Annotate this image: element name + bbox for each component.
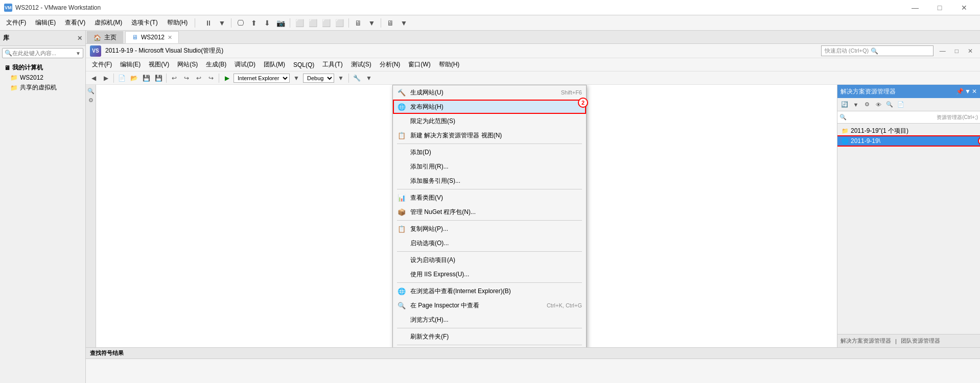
cm-item-iis[interactable]: 使用 IIS Express(U)... (393, 267, 586, 281)
rp-tb-show-all[interactable]: 👁 (873, 100, 883, 110)
tab-ws2012-close[interactable]: ✕ (168, 34, 172, 41)
cm-item-copysite[interactable]: 📋 复制网站(P)... (393, 222, 586, 236)
rp-item-project[interactable]: 🌐 2011-9-19\ 1 (837, 136, 980, 146)
quicklaunch-container[interactable]: 快速启动 (Ctrl+Q) 🔍 (821, 45, 934, 56)
right-panel-search[interactable]: 🔍 资源管理器(Ctrl+;) (837, 111, 980, 124)
rp-tb-new-solution[interactable]: 📄 (896, 100, 906, 110)
cm-item-refresh[interactable]: 刷新文件夹(F) (393, 329, 586, 344)
vs-menu-sql[interactable]: SQL(Q) (289, 60, 318, 70)
rp-tb-prop[interactable]: ⚙ (862, 100, 872, 110)
tb-icon-3[interactable]: ⬆ (248, 17, 260, 29)
sidebar-item-ws2012[interactable]: 📁 WS2012 (0, 73, 85, 82)
rp-tb-filter[interactable]: 🔍 (884, 100, 895, 110)
tb-icon-2[interactable]: 🖵 (235, 17, 247, 29)
vs-menu-analyze[interactable]: 分析(N) (376, 59, 405, 70)
rp-tb-dropdown[interactable]: ▼ (851, 100, 861, 110)
rp-pin-icon[interactable]: 📌 (956, 88, 964, 95)
close-button[interactable]: ✕ (952, 1, 976, 15)
tab-home[interactable]: 🏠 主页 (87, 31, 123, 43)
maximize-button[interactable]: □ (928, 1, 951, 15)
cm-item-newview[interactable]: 📋 新建 解决方案资源管理器 视图(N) (393, 128, 586, 142)
vs-tb-open[interactable]: 📂 (128, 73, 139, 84)
vs-tb-back[interactable]: ◀ (88, 73, 99, 84)
vs-tb-redo2[interactable]: ↪ (205, 73, 217, 84)
cm-item-add[interactable]: 添加(D) (393, 145, 586, 159)
cm-item-addref[interactable]: 添加引用(R)... (393, 159, 586, 174)
tb-icon-8[interactable]: ⬜ (320, 17, 332, 29)
vs-minimize[interactable]: — (937, 46, 949, 56)
vs-tb-start[interactable]: ▶ (221, 73, 232, 84)
minimize-button[interactable]: — (903, 1, 927, 15)
search-input[interactable] (12, 50, 76, 56)
tb-icon-11[interactable]: ▼ (365, 17, 378, 29)
cm-item-setstartup[interactable]: 设为启动项目(A) (393, 253, 586, 267)
rp-footer-tab1[interactable]: 解决方案资源管理器 (841, 337, 891, 345)
rp-footer-tab2[interactable]: 团队资源管理器 (901, 337, 940, 345)
cm-item-viewclassdiagram[interactable]: 📊 查看类图(V) (393, 190, 586, 205)
tb-icon-9[interactable]: ⬜ (333, 17, 345, 29)
vs-menu-build[interactable]: 生成(B) (202, 59, 230, 70)
vs-tb-undo2[interactable]: ↩ (193, 73, 204, 84)
menu-tab[interactable]: 选项卡(T) (127, 16, 161, 29)
tb-icon-1[interactable]: ▼ (216, 17, 228, 29)
tb-icon-12[interactable]: 🖥 (384, 17, 396, 29)
cm-item-scope[interactable]: 限定为此范围(S) (393, 114, 586, 128)
vs-menu-team[interactable]: 团队(M) (260, 59, 289, 70)
cm-item-startoptions[interactable]: 启动选项(O)... (393, 236, 586, 250)
dropdown-icon[interactable]: ▼ (76, 51, 81, 56)
vs-menu-edit[interactable]: 编辑(E) (116, 59, 145, 70)
menu-view[interactable]: 查看(V) (61, 16, 89, 29)
vs-menu-test[interactable]: 测试(S) (347, 59, 376, 70)
vs-menu-tools[interactable]: 工具(T) (318, 59, 346, 70)
vs-debug-select[interactable]: Debug (303, 74, 334, 83)
vs-menu-help[interactable]: 帮助(H) (435, 59, 464, 70)
vs-tb-debug-more[interactable]: ▼ (335, 73, 346, 84)
tb-icon-6[interactable]: ⬜ (293, 17, 306, 29)
sidebar-item-shared-vms[interactable]: 📁 共享的虚拟机 (0, 82, 85, 93)
vs-menu-debug[interactable]: 调试(D) (230, 59, 260, 70)
tb-icon-10[interactable]: 🖥 (352, 17, 364, 29)
tb-icon-7[interactable]: ⬜ (307, 17, 319, 29)
vs-tb-save[interactable]: 💾 (141, 73, 152, 84)
pause-icon[interactable]: ⏸ (202, 17, 215, 29)
cm-item-page-inspector[interactable]: 🔍 在 Page Inspector 中查看 Ctrl+K, Ctrl+G (393, 298, 586, 313)
cm-item-addservice[interactable]: 添加服务引用(S)... (393, 174, 586, 188)
menu-file[interactable]: 文件(F) (2, 16, 30, 29)
vs-tb-debug-dropdown[interactable]: ▼ (291, 73, 302, 84)
tb-icon-4[interactable]: ⬇ (261, 17, 273, 29)
vs-menu-file[interactable]: 文件(F) (88, 59, 116, 70)
vs-tb-undo[interactable]: ↩ (169, 73, 180, 84)
cm-item-publish[interactable]: 🌐 发布网站(H) 2 (393, 100, 586, 114)
tab-ws2012[interactable]: 🖥 WS2012 ✕ (125, 31, 179, 43)
menu-edit[interactable]: 编辑(E) (31, 16, 60, 29)
tb-icon-5[interactable]: 📷 (274, 17, 287, 29)
vs-close[interactable]: ✕ (965, 46, 976, 56)
tb-icon-13[interactable]: ▼ (398, 17, 410, 29)
vs-browser-select[interactable]: Internet Explorer (234, 74, 290, 83)
sidebar-close[interactable]: ✕ (77, 35, 82, 42)
vs-restore[interactable]: □ (952, 46, 962, 56)
vs-menu-window[interactable]: 窗口(W) (404, 59, 434, 70)
sidebar-search[interactable]: 🔍 ▼ (2, 48, 83, 58)
vs-tb-saveall[interactable]: 💾 (153, 73, 164, 84)
gutter-icon-1[interactable]: 🔍 (87, 87, 95, 95)
vs-tb-forward[interactable]: ▶ (100, 73, 111, 84)
vs-tb-misc2[interactable]: ▼ (363, 73, 375, 84)
vs-tb-new[interactable]: 📄 (116, 73, 127, 84)
vs-tb-redo[interactable]: ↪ (181, 73, 192, 84)
sidebar-item-my-computer[interactable]: 🖥 我的计算机 (0, 62, 85, 73)
vs-menu-website[interactable]: 网站(S) (173, 59, 202, 70)
cm-item-view-ie[interactable]: 🌐 在浏览器中查看(Internet Explorer)(B) (393, 284, 586, 298)
gutter-icon-2[interactable]: ⚙ (87, 96, 95, 104)
menu-help[interactable]: 帮助(H) (163, 16, 192, 29)
rp-tb-refresh[interactable]: 🔄 (839, 100, 850, 110)
vs-tb-misc[interactable]: 🔧 (351, 73, 362, 84)
rp-close-icon[interactable]: ✕ (972, 88, 977, 95)
rp-minimize-icon[interactable]: ▼ (965, 88, 971, 95)
cm-item-nuget[interactable]: 📦 管理 NuGet 程序包(N)... (393, 205, 586, 219)
cm-item-addsource[interactable]: 🔗 将解决方案添加到源代码管理(A)... (393, 346, 586, 347)
cm-item-build[interactable]: 🔨 生成网站(U) Shift+F6 (393, 85, 586, 100)
rp-search-input[interactable] (849, 114, 935, 121)
menu-vm[interactable]: 虚拟机(M) (90, 16, 126, 29)
vs-menu-view[interactable]: 视图(V) (145, 59, 173, 70)
